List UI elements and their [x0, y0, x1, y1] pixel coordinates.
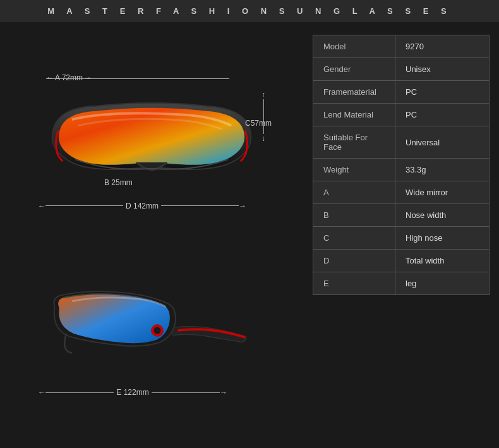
header: M A S T E R F A S H I O N S U N G L A S … [0, 0, 499, 22]
spec-label-10: E [313, 272, 395, 295]
spec-value-0: 9270 [395, 35, 490, 58]
left-panel: ← A 72mm → [0, 22, 303, 446]
spec-label-9: D [313, 250, 395, 272]
dim-e-container: ← E 122mm → [38, 388, 227, 397]
dim-a-line [46, 78, 229, 79]
right-panel: Model9270GenderUnisexFramematerialPCLend… [303, 22, 499, 446]
spec-value-6: Wide mirror [395, 181, 490, 204]
spec-label-1: Gender [313, 58, 395, 81]
dim-a-label: ← A 72mm → [46, 73, 92, 82]
spec-value-10: leg [395, 272, 490, 295]
spec-label-3: Lend Material [313, 104, 395, 126]
specs-table: Model9270GenderUnisexFramematerialPCLend… [313, 35, 490, 295]
spec-row-9: DTotal width [313, 250, 490, 272]
spec-value-1: Unisex [395, 58, 490, 81]
spec-row-4: Suitable For FaceUniversal [313, 126, 490, 159]
spec-value-8: High nose [395, 227, 490, 250]
spec-label-7: B [313, 204, 395, 227]
spec-label-4: Suitable For Face [313, 126, 395, 159]
spec-label-8: C [313, 227, 395, 250]
svg-point-1 [153, 327, 160, 334]
spec-row-5: Weight33.3g [313, 159, 490, 181]
spec-row-7: BNose width [313, 204, 490, 227]
main-content: ← A 72mm → [0, 22, 499, 446]
dim-b-text: B 25mm [104, 178, 133, 187]
side-view-container: ← E 122mm → [28, 286, 275, 400]
spec-value-3: PC [395, 104, 490, 126]
spec-row-6: AWide mirror [313, 181, 490, 204]
spec-value-4: Universal [395, 126, 490, 159]
spec-value-5: 33.3g [395, 159, 490, 181]
spec-label-0: Model [313, 35, 395, 58]
spec-row-1: GenderUnisex [313, 58, 490, 81]
dim-d-container: ← D 142mm → [38, 202, 246, 210]
brand-title: M A S T E R F A S H I O N S U N G L A S … [47, 6, 451, 16]
spec-row-2: FramematerialPC [313, 81, 490, 104]
dim-c-label: ↑ ↓ [262, 90, 265, 143]
dim-c-text: C57mm [245, 119, 272, 128]
spec-label-5: Weight [313, 159, 395, 181]
spec-label-2: Framematerial [313, 81, 395, 104]
spec-row-0: Model9270 [313, 35, 490, 58]
front-view-container: ← A 72mm → [28, 68, 275, 220]
spec-value-9: Total width [395, 250, 490, 272]
glasses-side-svg [35, 289, 262, 372]
spec-value-2: PC [395, 81, 490, 104]
glasses-front-svg [47, 94, 256, 195]
spec-row-3: Lend MaterialPC [313, 104, 490, 126]
spec-row-10: Eleg [313, 272, 490, 295]
spec-row-8: CHigh nose [313, 227, 490, 250]
spec-value-7: Nose width [395, 204, 490, 227]
spec-label-6: A [313, 181, 395, 204]
